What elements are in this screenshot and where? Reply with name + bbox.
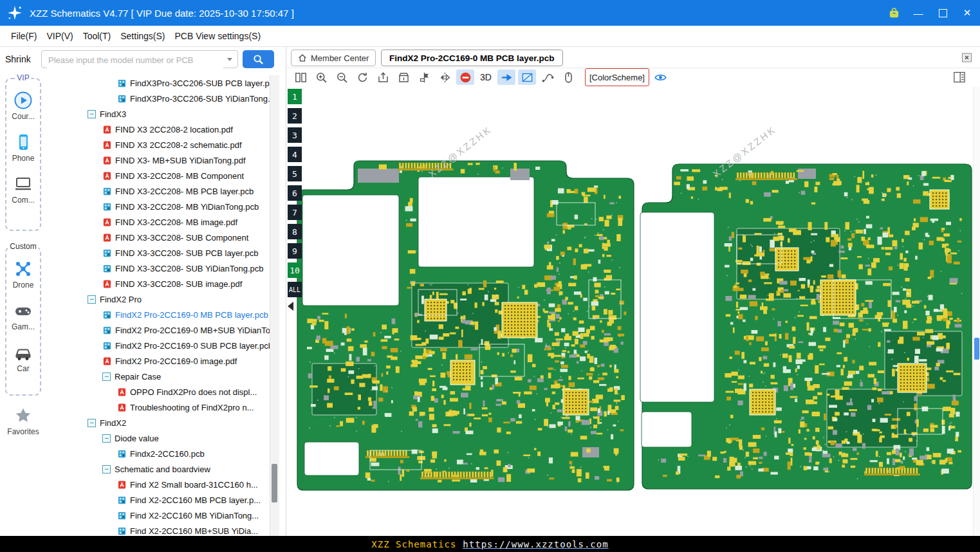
tree-folder-findx2-pro[interactable]: −FindX2 Pro [46,291,270,307]
tree-item-findx3pro-3cc206-sub-yidiantong-pcb[interactable]: FindX3Pro-3CC206-SUB YiDianTong.pcb [46,91,270,106]
tree-item-find-x3-2cc208-mb-pcb-layer-pcb[interactable]: FIND X3-2CC208- MB PCB layer.pcb [46,183,270,199]
tree-item-label: FindX2 Pro-2CC169-0 MB PCB layer.pcb [115,310,268,320]
tree-item-find-x3-3cc208-sub-yidiantong-pcb[interactable]: FIND X3-3CC208- SUB YiDianTong.pcb [46,261,270,276]
tree-folder-schematic-and-boardview[interactable]: −Schematic and boardview [46,461,270,477]
shrink-button[interactable]: Shrink [5,54,31,64]
flip-flag-button[interactable] [415,69,433,85]
canvas-vertical-scrollbar[interactable] [973,87,980,536]
document-tab[interactable]: FindX2 Pro-2CC169-0 MB PCB layer.pcb [381,50,563,66]
pcb-canvas[interactable]: XZZ@XZZHK XZZ@XZZHK 12345678910ALL [286,87,980,536]
layer-button-7[interactable]: 7 [288,205,302,220]
tree-item-label: FindX3 [100,109,126,119]
layer-button-10[interactable]: 10 [288,262,302,278]
visibility-button[interactable] [652,69,670,85]
search-button[interactable] [243,50,274,68]
tree-item-findx2-pro-2cc169-0-image-pdf[interactable]: FindX2 Pro-2CC169-0 image.pdf [46,353,270,369]
board-top-view-button[interactable] [374,69,392,85]
car-icon [14,343,33,362]
layer-button-6[interactable]: 6 [288,185,302,201]
vip-shop-icon[interactable] [886,5,901,21]
curve-tool-button[interactable] [539,69,557,85]
tree-item-find-x3-mb-sub-yidiantong-pdf[interactable]: FIND X3- MB+SUB YiDianTong.pdf [46,152,270,168]
tree-item-find-x2-small-board-31cc160-h[interactable]: Find X2 Small board-31CC160 h... [46,477,270,492]
tree-item-find-x3-2cc208-2-schematic-pdf[interactable]: FIND X3 2CC208-2 schematic.pdf [46,137,270,152]
tree-item-findx2-2cc160-pcb[interactable]: Findx2-2CC160.pcb [46,446,270,461]
zoom-in-button[interactable] [312,69,330,85]
menu-item-file-f[interactable]: File(F) [11,31,37,41]
layer-button-1[interactable]: 1 [288,89,302,104]
tree-item-find-x2-2cc160-mb-pcb-layer-p[interactable]: Find X2-2CC160 MB PCB layer.p... [46,492,270,508]
maximize-button[interactable] [935,5,950,21]
menu-item-tool-t[interactable]: Tool(T) [83,31,111,41]
model-search-combobox[interactable] [41,50,238,68]
tree-item-troubleshooting-of-findx2pro-n[interactable]: Troubleshooting of FindX2pro n... [46,400,270,415]
layer-button-5[interactable]: 5 [288,166,302,181]
tree-folder-findx2[interactable]: −FindX2 [46,415,270,430]
collapse-toggle-icon[interactable]: − [102,434,111,443]
tree-item-find-x3-3cc208-sub-pcb-layer-pcb[interactable]: FIND X3-3CC208- SUB PCB layer.pcb [46,245,270,261]
tree-item-find-x3-2cc208-mb-yidiantong-pcb[interactable]: FIND X3-2CC208- MB YiDianTong.pcb [46,199,270,214]
layer-button-all[interactable]: ALL [288,282,302,297]
tree-folder-repair-case[interactable]: −Repair Case [46,369,270,384]
tree-scrollbar[interactable] [270,75,279,536]
layer-button-8[interactable]: 8 [288,224,302,239]
menu-item-vip-v[interactable]: VIP(V) [46,31,73,41]
refresh-view-button[interactable] [353,69,371,85]
layer-button-2[interactable]: 2 [288,108,302,124]
sidebar-item-gam[interactable]: Gam... [6,301,40,331]
layer-arrow-button[interactable] [497,69,515,85]
sidebar-item-cour[interactable]: Cour... [6,91,40,121]
sidebar-item-drone[interactable]: Drone [6,259,40,290]
probe-tool-button[interactable] [559,69,577,85]
tree-item-findx2-pro-2cc169-0-mb-pcb-layer-pcb[interactable]: FindX2 Pro-2CC169-0 MB PCB layer.pcb [46,307,270,322]
pcb-file-icon [102,248,112,258]
tree-item-label: FIND X3- MB+SUB YiDianTong.pdf [115,156,246,165]
status-url-link[interactable]: https://www.xzztools.com [463,539,608,549]
tree-item-findx3pro-3cc206-sub-pcb-layer-pcb[interactable]: FindX3Pro-3CC206-SUB PCB layer.pcb [46,75,270,91]
zoom-out-button[interactable] [333,69,351,85]
colorscheme-button[interactable]: [ColorScheme] [585,68,649,86]
sidebar-item-phone[interactable]: Phone [6,133,40,163]
tree-item-find-x3-3cc208-sub-component[interactable]: FIND X3-3CC208- SUB Component [46,230,270,245]
collapse-toggle-icon[interactable]: − [88,110,96,118]
layer-strip-collapse-arrow[interactable] [288,302,293,311]
layer-button-9[interactable]: 9 [288,243,302,259]
tree-item-findx2-pro-2cc169-0-mb-sub-yidiantong[interactable]: FindX2 Pro-2CC169-0 MB+SUB YiDianTong [46,322,270,338]
close-document-icon[interactable] [961,52,972,63]
layer-button-4[interactable]: 4 [288,147,302,162]
collapse-toggle-icon[interactable]: − [102,373,111,381]
tree-item-oppo-findx2pro-does-not-displ[interactable]: OPPO FindX2Pro does not displ... [46,384,270,400]
minimize-button[interactable]: — [911,5,926,21]
diagonal-view-button[interactable] [518,69,536,85]
menu-item-pcb-view-settings-s[interactable]: PCB View settings(S) [174,31,261,41]
three-d-button[interactable]: 3D [477,69,495,85]
tree-folder-diode-value[interactable]: −Diode value [46,430,270,446]
split-view-button[interactable] [291,69,310,85]
sidebar-item-favorites[interactable]: Favorites [5,406,41,436]
search-input[interactable] [47,51,223,68]
sidebar-item-car[interactable]: Car [6,343,40,373]
layer-button-3[interactable]: 3 [288,127,302,143]
collapse-toggle-icon[interactable]: − [102,465,111,474]
tree-item-find-x3-2cc208-mb-image-pdf[interactable]: FIND X3-2CC208- MB image.pdf [46,214,270,230]
collapse-toggle-icon[interactable]: − [88,419,96,427]
chevron-down-icon[interactable] [227,58,232,61]
board-bottom-view-button[interactable] [394,69,412,85]
layers-panel-toggle-icon[interactable] [953,71,966,84]
tree-item-find-x3-2cc208-mb-component[interactable]: FIND X3-2CC208- MB Component [46,168,270,183]
menu-item-settings-s[interactable]: Settings(S) [120,31,165,41]
tree-folder-findx3[interactable]: −FindX3 [46,106,270,122]
tree-item-find-x2-2cc160-mb-yidiantong[interactable]: Find X2-2CC160 MB YiDianTong... [46,508,270,523]
member-center-button[interactable]: Member Center [291,50,376,66]
tree-item-find-x3-3cc208-sub-image-pdf[interactable]: FIND X3-3CC208- SUB image.pdf [46,276,270,291]
sidebar-item-com[interactable]: Com... [6,174,40,205]
diode-color-mode-button[interactable] [456,69,474,85]
close-button[interactable]: ✕ [959,5,975,21]
canvas-scrollbar-thumb[interactable] [974,338,979,360]
tree-item-find-x2-2cc160-mb-sub-yidia[interactable]: Find X2-2CC160 MB+SUB YiDia... [46,523,270,536]
tree-item-find-x3-2cc208-2-location-pdf[interactable]: FIND X3 2CC208-2 location.pdf [46,122,270,137]
mirror-horizontal-button[interactable] [436,69,454,85]
tree-item-findx2-pro-2cc169-0-sub-pcb-layer-pcb[interactable]: FindX2 Pro-2CC169-0 SUB PCB layer.pcb [46,338,270,353]
tree-scrollbar-thumb[interactable] [272,464,277,502]
collapse-toggle-icon[interactable]: − [88,295,96,304]
